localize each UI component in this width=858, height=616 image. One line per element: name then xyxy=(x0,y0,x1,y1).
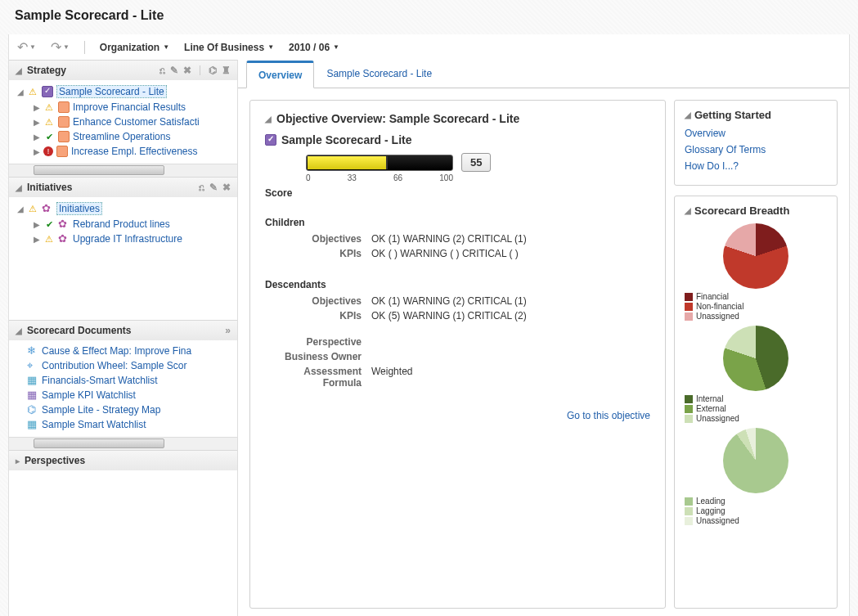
period-dropdown[interactable]: 2010 / 06▼ xyxy=(289,42,339,53)
toolbar-icon[interactable]: ⎌ xyxy=(159,65,165,76)
ok-icon: ✔ xyxy=(43,218,55,230)
go-to-objective-link[interactable]: Go to this objective xyxy=(567,410,650,421)
edit-icon[interactable]: ✎ xyxy=(170,65,178,76)
overview-panel: ◢Objective Overview: Sample Scorecard - … xyxy=(249,100,666,609)
perspectives-panel-head[interactable]: ▸ Perspectives xyxy=(9,450,237,470)
getting-started-panel: ◢Getting Started Overview Glossary Of Te… xyxy=(674,100,838,186)
initiative-icon: ✿ xyxy=(42,203,53,214)
collapse-icon[interactable]: ◢ xyxy=(685,206,691,215)
document-link[interactable]: Sample KPI Watchlist xyxy=(42,389,136,401)
legend-financial: Financial Non-financial Unassigned xyxy=(685,292,827,321)
expand-icon[interactable]: ▶ xyxy=(34,118,40,127)
delete-icon[interactable]: ✖ xyxy=(183,65,191,76)
pie-leading xyxy=(723,428,788,493)
expand-icon[interactable]: ◢ xyxy=(17,88,24,97)
gs-link-howdoi[interactable]: How Do I...? xyxy=(685,160,827,172)
expand-icon[interactable]: ▶ xyxy=(34,235,40,244)
tab-scorecard[interactable]: Sample Scorecard - Lite xyxy=(314,61,444,88)
legend-internal: Internal External Unassigned xyxy=(685,394,827,423)
overview-title: Objective Overview: Sample Scorecard - L… xyxy=(276,112,519,125)
documents-panel: ◢ Scorecard Documents » ❄Cause & Effect … xyxy=(9,320,237,450)
expand-icon[interactable]: ▶ xyxy=(34,103,40,112)
collapse-icon[interactable]: ◢ xyxy=(16,66,22,75)
more-icon[interactable]: » xyxy=(225,325,231,336)
tab-overview[interactable]: Overview xyxy=(246,61,314,88)
descendants-kpis: OK (5) WARNING (1) CRITICAL (2) xyxy=(371,310,527,321)
watchlist-icon: ▦ xyxy=(27,375,38,386)
formula-label: Assessment Formula xyxy=(265,366,371,389)
document-link[interactable]: Cause & Effect Map: Improve Fina xyxy=(42,345,191,357)
warning-icon: ⚠ xyxy=(43,101,55,113)
breadth-panel: ◢Scorecard Breadth Financial Non-financi… xyxy=(674,196,838,609)
scorecard-icon xyxy=(42,86,53,97)
strategy-panel: ◢ Strategy ⎌ ✎ ✖ ⌬ ♜ ◢ ⚠ xyxy=(9,60,237,177)
watchlist-icon: ▦ xyxy=(27,419,38,430)
gs-link-overview[interactable]: Overview xyxy=(685,128,827,139)
gauge-ticks: 0 33 66 100 xyxy=(306,173,453,182)
collapse-icon[interactable]: ◢ xyxy=(265,115,272,124)
wheel-icon: ⌖ xyxy=(27,360,38,371)
scorecard-icon xyxy=(265,134,276,146)
toolbar-icon[interactable]: ⎌ xyxy=(199,182,204,193)
document-link[interactable]: Sample Smart Watchlist xyxy=(42,419,146,430)
expand-icon[interactable]: ▶ xyxy=(34,220,40,229)
score-value: 55 xyxy=(461,153,491,172)
warning-icon: ⚠ xyxy=(43,116,55,128)
expand-icon[interactable]: ▶ xyxy=(34,147,40,156)
objective-icon xyxy=(58,131,70,142)
tree-item[interactable]: Streamline Operations xyxy=(73,131,170,142)
descendants-heading: Descendants xyxy=(265,279,650,290)
organization-dropdown[interactable]: Organization▼ xyxy=(100,42,169,53)
tree-item[interactable]: Upgrade IT Infrastructure xyxy=(73,233,182,245)
document-link[interactable]: Financials-Smart Watchlist xyxy=(42,375,158,386)
initiatives-panel: ◢ Initiatives ⎌ ✎ ✖ ◢ ⚠ ✿ Initiatives xyxy=(9,177,237,320)
legend-leading: Leading Lagging Unassigned xyxy=(685,497,827,525)
tree-item[interactable]: Enhance Customer Satisfacti xyxy=(73,116,200,128)
hierarchy-icon[interactable]: ⌬ xyxy=(209,65,217,76)
tree-item[interactable]: Rebrand Product lines xyxy=(73,218,170,230)
warning-icon: ⚠ xyxy=(43,233,55,245)
expand-icon[interactable]: ▸ xyxy=(16,456,20,465)
page-title: Sample Scorecard - Lite xyxy=(15,8,843,23)
children-objectives: OK (1) WARNING (2) CRITICAL (1) xyxy=(371,233,527,245)
redo-button[interactable]: ↷▼ xyxy=(51,39,70,55)
scrollbar-horizontal[interactable] xyxy=(9,437,237,450)
tree-root-initiatives[interactable]: Initiatives xyxy=(56,202,102,215)
edit-icon[interactable]: ✎ xyxy=(209,182,218,193)
pie-financial xyxy=(723,223,788,289)
watchlist-icon: ▦ xyxy=(27,389,38,401)
lob-dropdown[interactable]: Line Of Business▼ xyxy=(184,42,274,53)
scrollbar-horizontal[interactable] xyxy=(9,164,237,177)
documents-heading: Scorecard Documents xyxy=(27,325,131,336)
initiative-icon: ✿ xyxy=(58,233,70,245)
owner-label: Business Owner xyxy=(265,351,371,362)
ok-icon: ✔ xyxy=(43,131,55,142)
collapse-icon[interactable]: ◢ xyxy=(16,183,22,192)
document-link[interactable]: Contribution Wheel: Sample Scor xyxy=(42,360,186,371)
expand-icon[interactable]: ◢ xyxy=(17,205,24,214)
tree-item[interactable]: Improve Financial Results xyxy=(73,101,186,113)
expand-icon[interactable]: ▶ xyxy=(34,133,40,142)
perspective-label: Perspective xyxy=(265,336,371,348)
formula-value: Weighted xyxy=(371,366,412,389)
warning-icon: ⚠ xyxy=(27,203,38,214)
top-toolbar: ↶▼ ↷▼ Organization▼ Line Of Business▼ 20… xyxy=(9,34,849,60)
gs-link-glossary[interactable]: Glossary Of Terms xyxy=(685,144,827,155)
document-link[interactable]: Sample Lite - Strategy Map xyxy=(42,404,160,416)
warning-icon: ⚠ xyxy=(27,86,38,97)
delete-icon[interactable]: ✖ xyxy=(222,182,231,193)
tree-icon[interactable]: ♜ xyxy=(222,65,231,76)
overview-subject: Sample Scorecard - Lite xyxy=(281,133,412,146)
children-kpis: OK ( ) WARNING ( ) CRITICAL ( ) xyxy=(371,248,519,259)
objective-icon xyxy=(58,101,70,113)
map-icon: ⌬ xyxy=(27,404,38,416)
tree-root-scorecard[interactable]: Sample Scorecard - Lite xyxy=(56,85,167,98)
collapse-icon[interactable]: ◢ xyxy=(685,110,691,119)
initiatives-heading: Initiatives xyxy=(27,182,72,193)
collapse-icon[interactable]: ◢ xyxy=(16,326,22,335)
map-icon: ❄ xyxy=(27,345,38,357)
critical-icon: ! xyxy=(43,146,53,156)
initiative-icon: ✿ xyxy=(58,218,70,230)
undo-button[interactable]: ↶▼ xyxy=(17,39,36,55)
tree-item[interactable]: Increase Empl. Effectiveness xyxy=(71,146,198,157)
